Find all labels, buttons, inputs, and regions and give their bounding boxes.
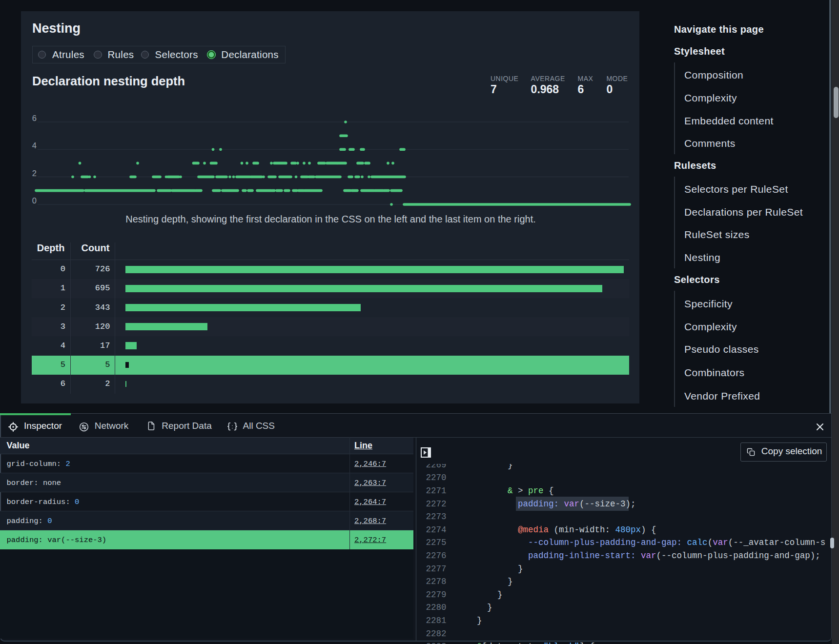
svg-text:4: 4 bbox=[32, 141, 37, 150]
svg-text:2: 2 bbox=[32, 169, 37, 178]
svg-text:6: 6 bbox=[32, 114, 37, 122]
svg-text:0: 0 bbox=[32, 196, 37, 205]
